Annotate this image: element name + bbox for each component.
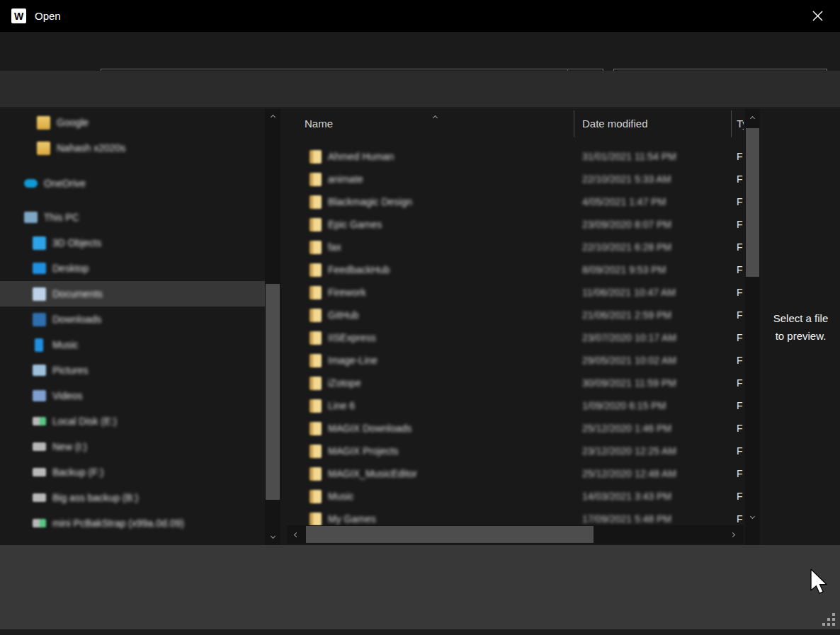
file-date-modified: 21/06/2021 2:59 PM — [582, 309, 671, 321]
command-toolbar: Organize New folder ? — [0, 71, 840, 108]
file-list-row[interactable]: MAGIX_MusicEditor 25/12/2020 12:48 AM F — [287, 463, 744, 486]
folder-icon — [310, 241, 322, 254]
file-date-modified: 22/10/2021 5:33 AM — [582, 173, 671, 185]
file-date-modified: 14/03/2021 3:43 PM — [582, 491, 671, 502]
file-list-scrollbar[interactable] — [745, 108, 760, 546]
folder-icon — [310, 490, 322, 503]
file-name: GitHub — [328, 309, 359, 321]
file-list-row[interactable]: Blackmagic Design 4/05/2021 1:47 PM F — [287, 191, 744, 214]
sidebar-item-icon — [33, 313, 46, 326]
file-name: FeedbackHub — [328, 264, 390, 275]
folder-icon — [310, 377, 322, 390]
scroll-up-arrow[interactable] — [745, 111, 760, 125]
sidebar-item-label: OneDrive — [44, 178, 86, 189]
file-type: F — [737, 468, 743, 479]
file-date-modified: 23/07/2020 10:17 AM — [582, 332, 676, 343]
dialog-footer: File name: Images (*.png;*.jpg) Images (… — [0, 545, 840, 629]
scroll-down-arrow[interactable] — [745, 509, 760, 523]
file-type: F — [737, 355, 743, 366]
file-name: Music — [328, 491, 354, 502]
file-name: Blackmagic Design — [328, 196, 412, 207]
file-list-row[interactable]: Firework 11/06/2021 10:47 AM F — [287, 282, 744, 304]
file-list-row[interactable]: Music 14/03/2021 3:43 PM F — [287, 486, 744, 508]
file-list-row[interactable]: Epic Games 23/09/2020 8:07 PM F — [287, 214, 744, 236]
file-list-row[interactable]: MAGIX Projects 23/12/2020 12:25 AM F — [287, 440, 744, 463]
file-list-row[interactable]: FeedbackHub 8/09/2021 9:53 PM F — [287, 259, 744, 282]
sidebar-item[interactable]: Videos — [0, 383, 265, 408]
sidebar-item-label: New (I:) — [52, 441, 87, 452]
sidebar-item[interactable]: Pictures — [0, 357, 265, 383]
sidebar-item[interactable]: Google — [0, 110, 265, 135]
sidebar-item-label: Music — [52, 339, 79, 350]
file-list-row[interactable]: animate 22/10/2021 5:33 AM F — [287, 168, 744, 191]
file-list-row[interactable]: Ahmed Human 31/01/2021 11:54 PM F — [287, 146, 744, 168]
sidebar-item-label: Documents — [52, 288, 103, 299]
horizontal-scrollbar-thumb[interactable] — [306, 526, 594, 543]
sidebar-item[interactable]: mini PcBakStrap (x99a.0d.09) — [0, 510, 265, 536]
file-list-row[interactable]: iZotope 30/09/2021 11:59 PM F — [287, 372, 744, 395]
sidebar-item[interactable]: Nahash x2020s — [0, 135, 265, 161]
sidebar-item-icon — [33, 493, 46, 502]
file-name: Image-Line — [328, 355, 378, 366]
resize-grip-icon[interactable] — [822, 613, 836, 627]
sidebar-item[interactable]: Music — [0, 332, 265, 357]
folder-icon — [310, 263, 322, 277]
file-type: F — [737, 377, 743, 389]
folder-icon — [310, 195, 322, 209]
folder-icon — [310, 513, 322, 525]
sidebar-scrollbar[interactable] — [265, 108, 280, 546]
file-type: F — [737, 287, 743, 298]
file-name: MAGIX_MusicEditor — [328, 468, 417, 479]
sidebar-item[interactable]: OneDrive — [0, 171, 265, 196]
close-button[interactable] — [802, 3, 833, 28]
file-name: iZotope — [328, 377, 361, 389]
sidebar-item-icon — [33, 263, 46, 274]
sidebar-item[interactable]: Big ass backup (B:) — [0, 485, 265, 510]
file-list-scrollbar-thumb[interactable] — [746, 128, 759, 277]
file-list-row[interactable]: My Games 17/09/2021 5:48 PM F — [287, 508, 744, 525]
sidebar-item[interactable]: Documents — [0, 281, 265, 307]
sidebar-item[interactable]: 3D Objects — [0, 230, 265, 256]
file-date-modified: 25/12/2020 1:46 PM — [582, 423, 671, 434]
folder-icon — [310, 150, 322, 164]
scroll-down-arrow[interactable] — [265, 529, 280, 543]
file-date-modified: 23/12/2020 12:25 AM — [582, 445, 676, 457]
horizontal-scrollbar[interactable] — [287, 525, 744, 544]
file-name: Firework — [328, 287, 366, 298]
column-header-date-modified[interactable]: Date modified — [582, 118, 648, 130]
file-type: F — [737, 241, 743, 253]
sidebar-item[interactable]: Local Disk (E:) — [0, 408, 265, 434]
file-list-row[interactable]: fax 22/10/2021 6:28 PM F — [287, 236, 744, 259]
word-app-icon: W — [11, 8, 26, 23]
close-icon — [812, 11, 823, 21]
sidebar-scrollbar-thumb[interactable] — [266, 284, 280, 500]
file-date-modified: 23/09/2020 8:07 PM — [582, 219, 671, 230]
file-list-row[interactable]: GitHub 21/06/2021 2:59 PM F — [287, 304, 744, 327]
folder-icon — [310, 467, 322, 481]
sidebar-item[interactable]: Downloads — [0, 307, 265, 332]
file-name: MAGIX Downloads — [328, 423, 412, 434]
sidebar-item-icon — [33, 519, 46, 527]
column-header-type[interactable]: Ty — [737, 118, 744, 130]
file-list-row[interactable]: Image-Line 29/05/2021 10:02 AM F — [287, 350, 744, 372]
sidebar-item[interactable]: This PC — [0, 205, 265, 230]
window-title: Open — [35, 10, 61, 22]
column-separator[interactable] — [731, 110, 732, 137]
file-list-row[interactable]: Line 6 1/09/2020 6:15 PM F — [287, 395, 744, 418]
file-date-modified: 1/09/2020 6:15 PM — [582, 400, 666, 411]
sidebar-item[interactable]: Desktop — [0, 256, 265, 281]
scroll-right-arrow[interactable] — [725, 525, 740, 544]
folder-icon — [310, 286, 322, 299]
file-list-row[interactable]: MAGIX Downloads 25/12/2020 1:46 PM F — [287, 418, 744, 440]
column-header-name[interactable]: Name — [305, 118, 333, 130]
file-date-modified: 17/09/2021 5:48 PM — [582, 513, 671, 525]
column-separator[interactable] — [574, 110, 574, 137]
file-list-row[interactable]: IISExpress 23/07/2020 10:17 AM F — [287, 327, 744, 350]
scroll-left-arrow[interactable] — [288, 525, 304, 544]
file-name: Ahmed Human — [328, 151, 394, 162]
preview-pane: Select a file to preview. — [761, 108, 840, 546]
sidebar-item[interactable]: Backup (F:) — [0, 459, 265, 485]
sidebar-item[interactable]: New (I:) — [0, 434, 265, 459]
file-name: Epic Games — [328, 219, 382, 230]
scroll-up-arrow[interactable] — [265, 110, 280, 124]
